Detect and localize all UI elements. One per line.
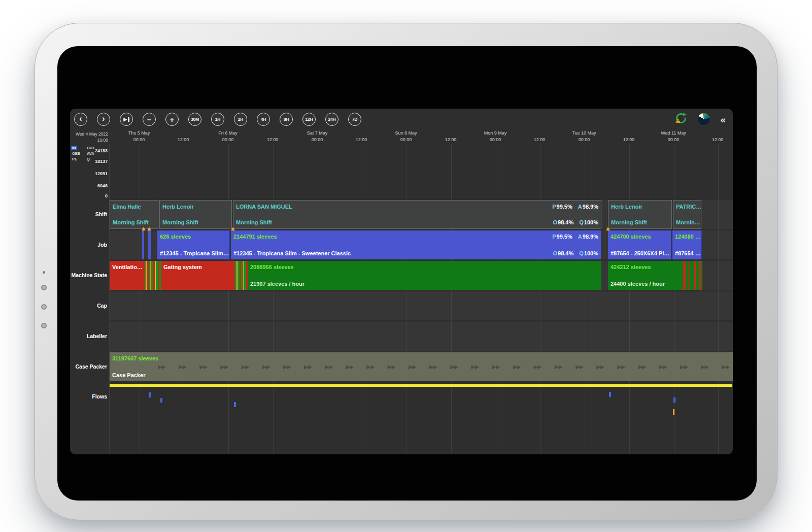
sync-status-icon[interactable] — [674, 112, 688, 127]
machine-state-row: Ventilatio… Gating system 2088956 sleeve… — [110, 261, 733, 290]
legend-out[interactable]: OUT — [86, 146, 96, 150]
flow-event-marker[interactable] — [160, 398, 162, 403]
row-label-shift: Shift — [95, 211, 107, 218]
forward-icon: › — [102, 115, 105, 123]
flow-event-marker[interactable] — [673, 409, 674, 415]
machine-stop-segment[interactable] — [699, 261, 701, 290]
job-name: #87654 - 250X6X4 Pl… — [611, 250, 668, 256]
time-tick: 00:00 — [490, 137, 501, 142]
shift-block[interactable]: LORNA SAN MIGUEL Morning Shift P99.5% A9… — [233, 200, 601, 229]
range-24h-button[interactable]: 24H — [325, 113, 339, 126]
back-icon: ‹ — [79, 115, 82, 123]
shift-name: Morning Shift — [236, 219, 598, 225]
machine-state-block[interactable]: 2088956 sleeves 21907 sleeves / hour — [248, 261, 601, 290]
shift-person-name: Herb Lenoir — [611, 204, 669, 210]
zoom-out-button[interactable]: − — [143, 113, 156, 126]
flow-event-marker[interactable] — [149, 392, 151, 397]
y-axis-value: 0 — [105, 193, 108, 198]
legend-q[interactable]: Q — [86, 157, 91, 161]
skip-icon-bar — [128, 117, 129, 122]
range-12h-button[interactable]: 12H — [302, 113, 316, 126]
time-tick: 12:00 — [267, 137, 279, 142]
day-label: Sun 8 May — [395, 130, 417, 136]
flows-row — [110, 389, 733, 454]
range-4h-button[interactable]: 4H — [257, 113, 270, 126]
legend-ava[interactable]: AVA — [86, 151, 95, 156]
alert-marker-icon[interactable] — [606, 227, 610, 230]
job-name: #12345 - Tropicana Slim - Sweetener Clas… — [233, 250, 598, 256]
case-packer-block[interactable]: 31197607 sleeves Case Packer — [110, 352, 733, 381]
machine-state-segments[interactable] — [145, 261, 161, 290]
shift-person-name: Elma Halle — [113, 204, 155, 210]
shift-person-name: PATRIC… — [676, 204, 698, 210]
time-tick: 00:00 — [579, 137, 590, 142]
forward-button[interactable]: › — [97, 113, 110, 126]
labeller-row — [110, 322, 733, 351]
timeline-body: Elma Halle Morning Shift Herb Lenoir Mor… — [109, 144, 733, 454]
alert-marker-icon[interactable] — [147, 227, 151, 230]
machine-state-segments[interactable] — [233, 261, 248, 290]
current-date-label: Wed 4 May 2022 — [70, 131, 108, 137]
date-header: Thu 5 May Fri 6 May Sat 7 May Sun 8 May … — [109, 130, 733, 144]
shift-block[interactable]: Herb Lenoir Morning Shift — [608, 200, 672, 229]
shift-name: Mornin… — [676, 219, 698, 225]
day-label: Mon 9 May — [484, 130, 507, 136]
flow-event-marker[interactable] — [609, 392, 611, 397]
row-label-cap: Cap — [97, 302, 107, 309]
flow-event-marker[interactable] — [234, 402, 236, 407]
plus-icon: + — [170, 116, 175, 123]
job-oee-metrics: P99.5% A98.9% O98.4% Q100% — [552, 234, 598, 256]
machine-state-block[interactable]: Ventilatio… — [110, 261, 145, 290]
collapse-panel-icon[interactable]: « — [720, 115, 726, 124]
job-row: 626 sleeves #12345 - Tropicana Slim… 214… — [110, 230, 733, 259]
machine-rate: 24400 sleeves / hour — [611, 281, 700, 287]
job-sleeve-count: 626 sleeves — [160, 234, 227, 240]
day-label: Thu 5 May — [128, 130, 150, 136]
job-block[interactable] — [142, 230, 144, 259]
range-8h-button[interactable]: 8H — [280, 113, 293, 126]
app-logo-icon[interactable] — [697, 113, 710, 126]
jump-to-now-button[interactable]: ▶ — [120, 113, 133, 126]
range-2h-button[interactable]: 2H — [234, 113, 247, 126]
job-sleeve-count: 424700 sleeves — [611, 234, 668, 240]
job-block[interactable]: 2144791 sleeves #12345 - Tropicana Slim … — [231, 230, 601, 259]
job-block[interactable]: 626 sleeves #12345 - Tropicana Slim… — [157, 230, 230, 259]
back-button[interactable]: ‹ — [74, 113, 87, 126]
range-30m-button[interactable]: 30M — [188, 113, 201, 126]
machine-stop-segment[interactable] — [683, 261, 686, 290]
day-label: Tue 10 May — [572, 130, 596, 136]
side-button — [41, 285, 47, 290]
machine-stop-segment[interactable] — [694, 261, 696, 290]
range-1h-button[interactable]: 1H — [211, 113, 224, 126]
alert-marker-icon[interactable] — [231, 227, 235, 230]
time-tick: 00:00 — [400, 137, 412, 142]
job-block[interactable] — [148, 230, 151, 259]
alert-marker-icon[interactable] — [142, 227, 146, 230]
side-button — [43, 271, 45, 274]
left-column: IN OUT OEE AVA PE Q 24183 18137 12091 60… — [70, 144, 109, 454]
current-time-label: 16:00 — [70, 137, 108, 143]
zoom-in-button[interactable]: + — [165, 113, 179, 126]
shift-block[interactable]: Herb Lenoir Morning Shift — [159, 200, 232, 229]
machine-state-block[interactable]: Gating system — [161, 261, 233, 290]
legend-in[interactable]: IN — [71, 146, 77, 150]
flow-event-marker[interactable] — [673, 397, 675, 403]
skip-icon: ▶ — [123, 117, 127, 122]
shift-person-name: Herb Lenoir — [162, 204, 229, 210]
job-block[interactable]: 124080 … #87654 … — [672, 230, 702, 259]
time-tick: 12:00 — [712, 137, 724, 142]
shift-block[interactable]: Elma Halle Morning Shift — [110, 200, 158, 229]
machine-state-block[interactable]: 424212 sleeves 24400 sleeves / hour — [608, 261, 702, 290]
range-7d-button[interactable]: 7D — [348, 113, 361, 126]
time-tick: 00:00 — [133, 137, 145, 142]
legend-pe[interactable]: PE — [71, 157, 78, 161]
side-button — [41, 304, 47, 310]
page-background: ‹ › ▶ − + 30M 1H 2H 4H 8H 12H 24H 7D — [0, 0, 812, 532]
day-label: Fri 6 May — [218, 130, 238, 136]
legend-oee[interactable]: OEE — [71, 151, 81, 156]
day-label: Sat 7 May — [307, 130, 328, 136]
job-block[interactable]: 424700 sleeves #87654 - 250X6X4 Pl… — [608, 230, 671, 259]
shift-block[interactable]: PATRIC… Mornin… — [673, 200, 701, 229]
machine-stop-segment[interactable] — [689, 261, 690, 290]
shift-row: Elma Halle Morning Shift Herb Lenoir Mor… — [110, 200, 733, 229]
